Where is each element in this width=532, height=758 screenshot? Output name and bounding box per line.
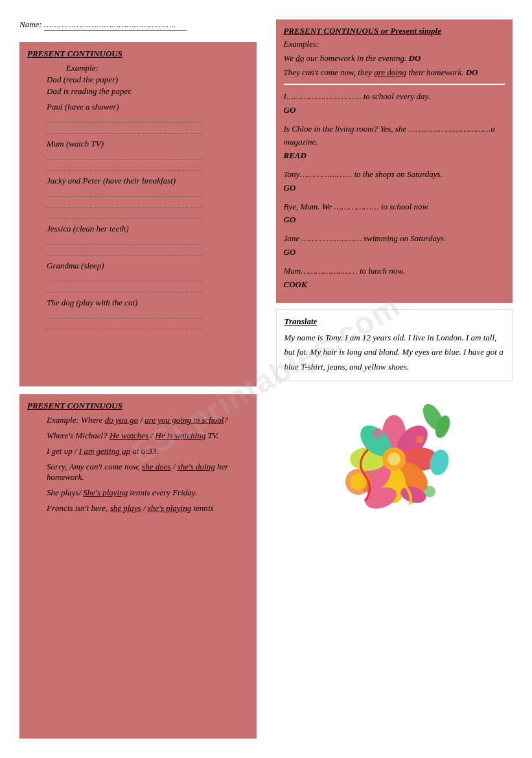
- svg-point-18: [373, 428, 383, 438]
- jacky-line1: [47, 187, 202, 196]
- circle-item-4: Francis isn't here, she plays / she's pl…: [47, 503, 249, 514]
- fill-item-3: Bye, Mum. We ……………… to school now. GO: [284, 200, 505, 228]
- fill-item-5: Mum……………..…… to lunch now. COOK: [284, 265, 505, 292]
- section2-title: PRESENT CONTINUOUS: [27, 401, 249, 411]
- translate-text: My name is Tony. I am 12 years old. I li…: [284, 331, 505, 373]
- svg-point-20: [424, 486, 435, 497]
- dog-prompt: The dog (play with the cat): [47, 298, 249, 308]
- section1-title: PRESENT CONTINUOUS: [27, 49, 249, 59]
- example-line-0: We do our homework in the evening. DO: [284, 52, 505, 65]
- jacky-line2: [47, 198, 202, 207]
- example-answer: Dad is reading the paper.: [47, 86, 249, 97]
- grandma-prompt: Grandma (sleep): [47, 261, 249, 271]
- translate-title: Translate: [284, 316, 505, 327]
- name-dots: ……………………………………………..: [44, 19, 187, 30]
- divider: [284, 84, 505, 85]
- section2-block: PRESENT CONTINUOUS Example: Where do you…: [19, 394, 257, 739]
- circle-item-2: Sorry, Amy can't come now, she does / sh…: [47, 462, 249, 482]
- name-field: Name: ……………………………………………..: [19, 19, 257, 30]
- circle-item-1: I get up / I am getting up at 6:33.: [47, 446, 249, 456]
- mum-line1: [47, 150, 202, 160]
- name-label: Name:: [19, 19, 44, 29]
- paul-line2: [47, 124, 202, 134]
- fill-item-1: Is Chloe in the living room? Yes, she ………: [284, 123, 505, 163]
- dog-line1: [47, 309, 202, 318]
- fill-item-4: Jane …………………… swimming on Saturdays. GO: [284, 232, 505, 259]
- grandma-line1: [47, 272, 202, 281]
- dog-line2: [47, 320, 202, 329]
- fill-item-2: Tony………………… to the shops on Saturdays. G…: [284, 168, 505, 195]
- paul-prompt: Paul (have a shower): [47, 102, 249, 112]
- circle-item-0: Where's Michael? He watches / He is watc…: [47, 431, 249, 441]
- example-line-1: They can't come now, they are doing thei…: [284, 66, 505, 79]
- svg-point-19: [416, 436, 424, 444]
- mum-line2: [47, 161, 202, 171]
- example-item: Example: Dad (read the paper) Dad is rea…: [47, 63, 249, 97]
- section2-example: Example: Where do you go / are you going…: [47, 415, 249, 425]
- right-column: PRESENT CONTINUOUS or Present simple Exa…: [266, 13, 520, 745]
- mum-prompt: Mum (watch TV): [47, 139, 249, 149]
- exercise-grandma: Grandma (sleep): [47, 261, 249, 292]
- jacky-prompt: Jacky and Peter (have their breakfast): [47, 176, 249, 186]
- grandma-line2: [47, 283, 202, 292]
- svg-point-10: [387, 453, 400, 466]
- circle-item-3: She plays/ She's playing tennis every Fr…: [47, 488, 249, 498]
- jessica-prompt: Jessica (clean her teeth): [47, 224, 249, 234]
- example-label: Example:: [66, 63, 249, 73]
- jessica-line2: [47, 246, 202, 255]
- present-continuous-or-simple-block: PRESENT CONTINUOUS or Present simple Exa…: [276, 19, 513, 303]
- right-section-title: PRESENT CONTINUOUS or Present simple: [284, 26, 505, 36]
- exercise-paul: Paul (have a shower): [47, 102, 249, 134]
- exercise-jessica: Jessica (clean her teeth): [47, 224, 249, 255]
- section1-block: PRESENT CONTINUOUS Example: Dad (read th…: [19, 42, 257, 386]
- jessica-line1: [47, 235, 202, 244]
- example-prompt: Dad (read the paper): [47, 75, 249, 85]
- translate-block: Translate My name is Tony. I am 12 years…: [276, 309, 513, 381]
- flower-svg: [329, 397, 459, 514]
- left-column: Name: …………………………………………….. PRESENT CONTIN…: [13, 13, 266, 745]
- fill-item-0: I………………………… to school every day. GO: [284, 90, 505, 117]
- examples-label: Examples:: [284, 39, 505, 49]
- exercise-jacky: Jacky and Peter (have their breakfast): [47, 176, 249, 219]
- exercise-mum: Mum (watch TV): [47, 139, 249, 171]
- flower-decoration: [276, 391, 513, 521]
- jacky-line3: [47, 209, 202, 219]
- exercise-dog: The dog (play with the cat): [47, 298, 249, 329]
- paul-line1: [47, 113, 202, 123]
